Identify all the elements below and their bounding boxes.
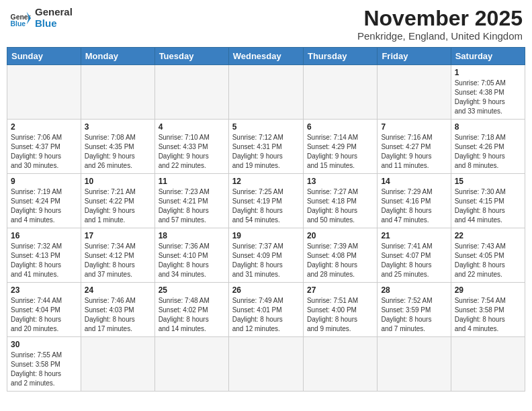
day-cell: 29Sunrise: 7:54 AM Sunset: 3:58 PM Dayli… xyxy=(451,283,525,337)
day-number: 3 xyxy=(85,122,151,132)
day-cell: 2Sunrise: 7:06 AM Sunset: 4:37 PM Daylig… xyxy=(7,120,81,174)
day-cell: 8Sunrise: 7:18 AM Sunset: 4:26 PM Daylig… xyxy=(451,120,525,174)
logo-icon: General Blue xyxy=(9,7,31,29)
day-cell xyxy=(154,65,228,120)
day-cell xyxy=(378,337,451,392)
day-cell xyxy=(378,65,451,120)
day-number: 20 xyxy=(307,231,373,240)
day-number: 1 xyxy=(455,68,521,77)
day-cell: 16Sunrise: 7:32 AM Sunset: 4:13 PM Dayli… xyxy=(7,228,81,283)
day-number: 21 xyxy=(381,231,447,240)
day-info: Sunrise: 7:44 AM Sunset: 4:04 PM Dayligh… xyxy=(11,296,77,334)
day-info: Sunrise: 7:08 AM Sunset: 4:35 PM Dayligh… xyxy=(85,133,151,171)
day-number: 22 xyxy=(455,231,521,240)
day-number: 13 xyxy=(307,177,373,186)
logo-blue-text: Blue xyxy=(35,18,73,30)
day-cell: 24Sunrise: 7:46 AM Sunset: 4:03 PM Dayli… xyxy=(81,283,154,337)
day-info: Sunrise: 7:43 AM Sunset: 4:05 PM Dayligh… xyxy=(455,242,521,279)
day-cell: 18Sunrise: 7:36 AM Sunset: 4:10 PM Dayli… xyxy=(154,228,228,283)
day-cell: 21Sunrise: 7:41 AM Sunset: 4:07 PM Dayli… xyxy=(378,228,451,283)
day-info: Sunrise: 7:12 AM Sunset: 4:31 PM Dayligh… xyxy=(232,133,300,171)
day-cell xyxy=(303,337,377,392)
day-number: 8 xyxy=(455,122,521,132)
week-row-2: 2Sunrise: 7:06 AM Sunset: 4:37 PM Daylig… xyxy=(7,120,525,174)
weekday-header-thursday: Thursday xyxy=(303,48,377,65)
weekday-header-saturday: Saturday xyxy=(451,48,525,65)
day-info: Sunrise: 7:46 AM Sunset: 4:03 PM Dayligh… xyxy=(85,296,151,334)
day-cell: 9Sunrise: 7:19 AM Sunset: 4:24 PM Daylig… xyxy=(7,174,81,228)
title-block: November 2025 Penkridge, England, United… xyxy=(357,7,523,42)
day-cell: 12Sunrise: 7:25 AM Sunset: 4:19 PM Dayli… xyxy=(228,174,303,228)
svg-text:Blue: Blue xyxy=(11,20,26,28)
day-info: Sunrise: 7:18 AM Sunset: 4:26 PM Dayligh… xyxy=(455,133,521,171)
day-info: Sunrise: 7:49 AM Sunset: 4:01 PM Dayligh… xyxy=(232,296,300,334)
day-number: 23 xyxy=(11,285,77,295)
logo-general-text: General xyxy=(35,7,73,18)
week-row-4: 16Sunrise: 7:32 AM Sunset: 4:13 PM Dayli… xyxy=(7,228,525,283)
day-cell: 27Sunrise: 7:51 AM Sunset: 4:00 PM Dayli… xyxy=(303,283,377,337)
week-row-6: 30Sunrise: 7:55 AM Sunset: 3:58 PM Dayli… xyxy=(7,337,525,392)
day-info: Sunrise: 7:10 AM Sunset: 4:33 PM Dayligh… xyxy=(159,133,225,171)
day-info: Sunrise: 7:27 AM Sunset: 4:18 PM Dayligh… xyxy=(307,187,373,225)
weekday-header-wednesday: Wednesday xyxy=(228,48,303,65)
day-info: Sunrise: 7:06 AM Sunset: 4:37 PM Dayligh… xyxy=(11,133,77,171)
day-info: Sunrise: 7:34 AM Sunset: 4:12 PM Dayligh… xyxy=(85,242,151,279)
weekday-header-monday: Monday xyxy=(81,48,154,65)
day-number: 4 xyxy=(159,122,225,132)
day-cell: 17Sunrise: 7:34 AM Sunset: 4:12 PM Dayli… xyxy=(81,228,154,283)
calendar-table: SundayMondayTuesdayWednesdayThursdayFrid… xyxy=(7,47,525,392)
day-cell: 30Sunrise: 7:55 AM Sunset: 3:58 PM Dayli… xyxy=(7,337,81,392)
day-number: 9 xyxy=(11,177,77,186)
day-cell: 10Sunrise: 7:21 AM Sunset: 4:22 PM Dayli… xyxy=(81,174,154,228)
weekday-header-friday: Friday xyxy=(378,48,451,65)
day-info: Sunrise: 7:55 AM Sunset: 3:58 PM Dayligh… xyxy=(11,351,77,388)
day-cell: 13Sunrise: 7:27 AM Sunset: 4:18 PM Dayli… xyxy=(303,174,377,228)
day-number: 11 xyxy=(159,177,225,186)
day-number: 24 xyxy=(85,285,151,295)
day-info: Sunrise: 7:16 AM Sunset: 4:27 PM Dayligh… xyxy=(381,133,447,171)
day-info: Sunrise: 7:54 AM Sunset: 3:58 PM Dayligh… xyxy=(455,296,521,334)
day-cell: 22Sunrise: 7:43 AM Sunset: 4:05 PM Dayli… xyxy=(451,228,525,283)
day-cell: 19Sunrise: 7:37 AM Sunset: 4:09 PM Dayli… xyxy=(228,228,303,283)
page-header: General Blue General Blue November 2025 … xyxy=(7,7,525,42)
day-info: Sunrise: 7:36 AM Sunset: 4:10 PM Dayligh… xyxy=(159,242,225,279)
day-info: Sunrise: 7:32 AM Sunset: 4:13 PM Dayligh… xyxy=(11,242,77,279)
day-number: 29 xyxy=(455,285,521,295)
day-number: 25 xyxy=(159,285,225,295)
day-info: Sunrise: 7:19 AM Sunset: 4:24 PM Dayligh… xyxy=(11,187,77,225)
day-number: 15 xyxy=(455,177,521,186)
day-number: 26 xyxy=(232,285,300,295)
day-number: 6 xyxy=(307,122,373,132)
day-info: Sunrise: 7:52 AM Sunset: 3:59 PM Dayligh… xyxy=(381,296,447,334)
day-cell: 7Sunrise: 7:16 AM Sunset: 4:27 PM Daylig… xyxy=(378,120,451,174)
day-number: 12 xyxy=(232,177,300,186)
day-number: 28 xyxy=(381,285,447,295)
day-number: 17 xyxy=(85,231,151,240)
day-cell xyxy=(81,337,154,392)
day-cell: 1Sunrise: 7:05 AM Sunset: 4:38 PM Daylig… xyxy=(451,65,525,120)
month-title: November 2025 xyxy=(357,7,523,30)
day-number: 10 xyxy=(85,177,151,186)
day-info: Sunrise: 7:29 AM Sunset: 4:16 PM Dayligh… xyxy=(381,187,447,225)
day-info: Sunrise: 7:39 AM Sunset: 4:08 PM Dayligh… xyxy=(307,242,373,279)
day-cell xyxy=(303,65,377,120)
day-number: 27 xyxy=(307,285,373,295)
day-cell: 11Sunrise: 7:23 AM Sunset: 4:21 PM Dayli… xyxy=(154,174,228,228)
day-number: 19 xyxy=(232,231,300,240)
day-number: 5 xyxy=(232,122,300,132)
day-cell: 23Sunrise: 7:44 AM Sunset: 4:04 PM Dayli… xyxy=(7,283,81,337)
day-cell: 14Sunrise: 7:29 AM Sunset: 4:16 PM Dayli… xyxy=(378,174,451,228)
day-info: Sunrise: 7:51 AM Sunset: 4:00 PM Dayligh… xyxy=(307,296,373,334)
weekday-header-sunday: Sunday xyxy=(7,48,81,65)
day-info: Sunrise: 7:41 AM Sunset: 4:07 PM Dayligh… xyxy=(381,242,447,279)
day-info: Sunrise: 7:23 AM Sunset: 4:21 PM Dayligh… xyxy=(159,187,225,225)
week-row-3: 9Sunrise: 7:19 AM Sunset: 4:24 PM Daylig… xyxy=(7,174,525,228)
day-info: Sunrise: 7:05 AM Sunset: 4:38 PM Dayligh… xyxy=(455,79,521,116)
weekday-header-row: SundayMondayTuesdayWednesdayThursdayFrid… xyxy=(7,48,525,65)
day-number: 30 xyxy=(11,340,77,349)
day-cell xyxy=(154,337,228,392)
day-cell: 20Sunrise: 7:39 AM Sunset: 4:08 PM Dayli… xyxy=(303,228,377,283)
day-cell xyxy=(7,65,81,120)
day-info: Sunrise: 7:21 AM Sunset: 4:22 PM Dayligh… xyxy=(85,187,151,225)
week-row-5: 23Sunrise: 7:44 AM Sunset: 4:04 PM Dayli… xyxy=(7,283,525,337)
